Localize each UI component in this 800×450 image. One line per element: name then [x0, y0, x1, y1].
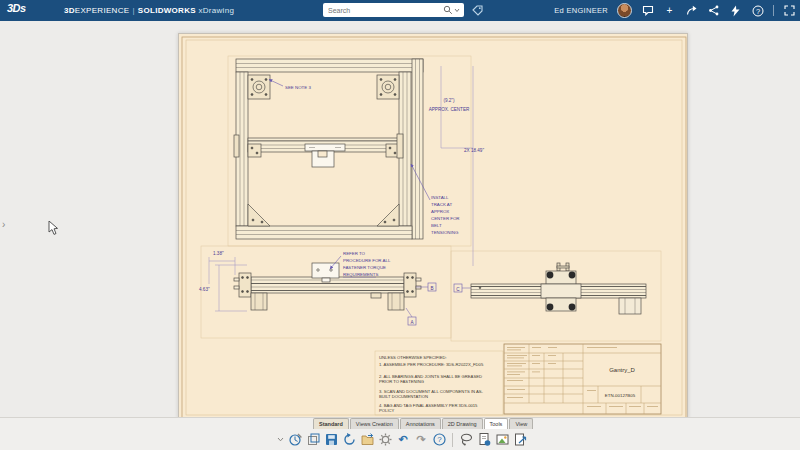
svg-text:CENTER FOR: CENTER FOR — [431, 216, 460, 221]
svg-text:?: ? — [437, 435, 442, 444]
install-track-note: INSTALL TRACK AT APPROX CENTER FOR BELT … — [431, 195, 460, 235]
titleblock-title: Gantry_D — [609, 367, 635, 373]
drawing-sheet[interactable]: (9.2") APPROX. CENTER 2X 18.49" SEE NOTE… — [178, 33, 688, 420]
top-view-carriage — [541, 263, 581, 311]
dassault-3ds-logo: 3Ds — [7, 2, 26, 14]
svg-text:POLICY: POLICY — [379, 408, 395, 413]
lightning-icon[interactable] — [729, 4, 742, 18]
front-view[interactable] — [234, 59, 423, 239]
search-bar[interactable] — [323, 3, 464, 17]
redo-icon[interactable]: ↷ — [413, 431, 429, 449]
refresh-icon[interactable] — [341, 431, 357, 449]
svg-text:APPROX: APPROX — [431, 209, 449, 214]
help-icon[interactable]: ? — [751, 4, 764, 18]
lasso-select-icon[interactable] — [458, 431, 474, 449]
tab-views-creation[interactable]: Views Creation — [350, 418, 399, 429]
notes-header: UNLESS OTHERWISE SPECIFIED: — [379, 355, 447, 360]
dim-rail-2x: 2X 18.49" — [464, 148, 484, 153]
search-dropdown-chevron[interactable] — [453, 6, 461, 14]
callout-c: C — [456, 287, 460, 292]
svg-text:?: ? — [755, 6, 759, 15]
carriage — [305, 144, 345, 167]
dim-4-63: 4.63" — [199, 287, 210, 292]
share-icon[interactable] — [685, 4, 698, 18]
corner-plate-right — [377, 75, 399, 99]
share-document-icon[interactable] — [512, 431, 528, 449]
side-view[interactable] — [234, 263, 421, 310]
corner-plate-left — [248, 75, 270, 99]
panel-expand-chevron[interactable]: › — [2, 219, 5, 230]
brand-product: SOLIDWORKS — [138, 6, 196, 15]
settings-gear-icon[interactable] — [377, 431, 393, 449]
svg-text:TRACK AT: TRACK AT — [431, 202, 452, 207]
search-icon[interactable] — [443, 5, 453, 15]
svg-text:1. ASSEMBLE PER PROCEDURE: 3DS: 1. ASSEMBLE PER PROCEDURE: 3DS-R2022X_FD… — [379, 362, 484, 367]
callout-a: A — [410, 320, 414, 325]
svg-text:FASTENER TORQUE: FASTENER TORQUE — [343, 265, 386, 270]
save-icon[interactable] — [323, 431, 339, 449]
torque-note: REFER TO PROCEDURE FOR ALL FASTENER TORQ… — [343, 251, 391, 277]
brand-app-name: xDrawing — [198, 6, 234, 15]
comment-icon[interactable] — [641, 4, 654, 18]
action-bar-tabs: Standard Views Creation Annotations 2D D… — [313, 417, 534, 429]
svg-text:PROCEDURE FOR ALL: PROCEDURE FOR ALL — [343, 258, 391, 263]
user-name[interactable]: Ed ENGINEER — [554, 6, 608, 15]
export-document-icon[interactable] — [476, 431, 492, 449]
user-avatar[interactable] — [617, 3, 632, 18]
send-folder-icon[interactable] — [359, 431, 375, 449]
community-icon[interactable] — [707, 4, 720, 18]
help-toolbar-icon[interactable]: ? — [431, 431, 447, 449]
title-block: Gantry_D ETN-00127B05 — [504, 344, 661, 414]
callout-b: B — [430, 286, 433, 291]
dim-approx-center-value: (9.2") — [443, 98, 455, 103]
tab-tools[interactable]: Tools — [484, 418, 509, 429]
mouse-cursor — [48, 221, 61, 236]
brand-experience: EXPERIENCE — [75, 6, 130, 15]
dim-1-38: 1.38" — [213, 251, 224, 256]
top-bar: 3Ds 3DEXPERIENCE|SOLIDWORKS xDrawing Ed … — [0, 0, 800, 21]
tab-standard[interactable]: Standard — [313, 418, 349, 429]
see-note-annotation: SEE NOTE 3 — [285, 85, 311, 90]
snapshot-image-icon[interactable] — [494, 431, 510, 449]
topbar-divider — [773, 5, 774, 16]
add-icon[interactable]: + — [663, 4, 676, 18]
search-input[interactable] — [326, 6, 443, 15]
svg-text:REQUIREMENTS: REQUIREMENTS — [343, 272, 378, 277]
section-box-icon[interactable] — [305, 431, 321, 449]
viewport[interactable]: › — [0, 21, 800, 417]
general-notes: UNLESS OTHERWISE SPECIFIED: 1. ASSEMBLE … — [375, 351, 503, 415]
titleblock-microtext — [507, 347, 658, 407]
svg-text:INSTALL: INSTALL — [431, 195, 449, 200]
brand-separator: | — [132, 6, 134, 15]
svg-text:BELT: BELT — [431, 223, 442, 228]
svg-text:REFER TO: REFER TO — [343, 251, 366, 256]
action-bar-icons: ↶ ↷ ? — [276, 429, 528, 450]
svg-text:PRIOR TO FASTENING: PRIOR TO FASTENING — [379, 379, 424, 384]
top-view[interactable] — [471, 263, 646, 314]
toolbar-overflow-chevron[interactable] — [276, 431, 285, 449]
toolbar-divider — [452, 433, 453, 447]
brand-3d: 3D — [64, 6, 75, 15]
svg-text:TENSIONING: TENSIONING — [431, 230, 459, 235]
markup-icon[interactable] — [287, 431, 303, 449]
action-bar: Standard Views Creation Annotations 2D D… — [0, 417, 800, 450]
fullscreen-icon[interactable] — [783, 4, 796, 18]
top-view-annotations: C — [454, 284, 471, 292]
tag-icon[interactable] — [471, 4, 484, 17]
tab-2d-drawing[interactable]: 2D Drawing — [442, 418, 483, 429]
dim-approx-center-label: APPROX. CENTER — [429, 107, 470, 112]
xdrawing-app-window: 3Ds 3DEXPERIENCE|SOLIDWORKS xDrawing Ed … — [0, 0, 800, 450]
titleblock-dwg-no: ETN-00127B05 — [605, 393, 636, 398]
topbar-right-cluster: Ed ENGINEER + — [554, 0, 798, 21]
tab-annotations[interactable]: Annotations — [400, 418, 441, 429]
svg-text:BUILT DOCUMENTATION: BUILT DOCUMENTATION — [379, 394, 428, 399]
app-title: 3DEXPERIENCE|SOLIDWORKS xDrawing — [64, 6, 234, 15]
undo-icon[interactable]: ↶ — [395, 431, 411, 449]
tab-view[interactable]: View — [509, 418, 533, 429]
